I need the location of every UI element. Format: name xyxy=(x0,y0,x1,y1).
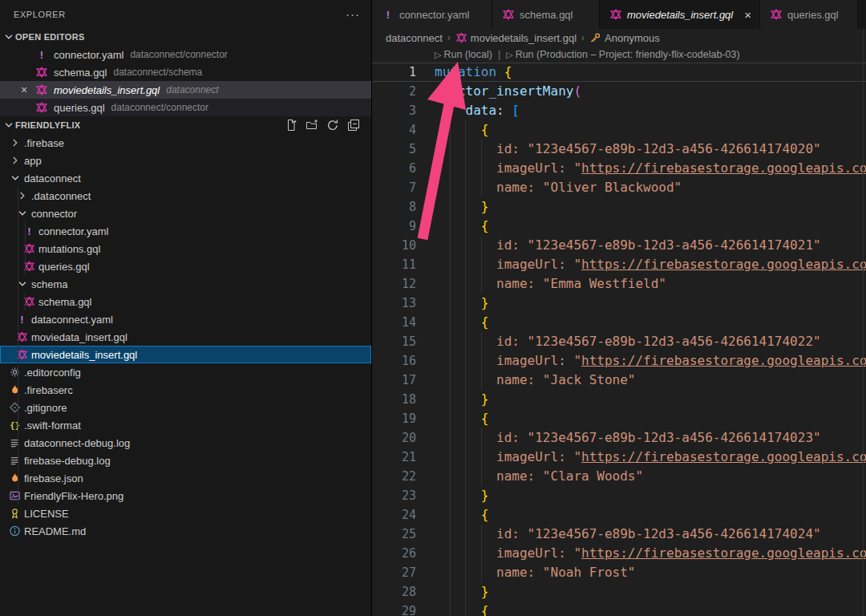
open-editor-item[interactable]: !connector.yamldataconnect/connector xyxy=(0,46,371,63)
tree-item-friendlyflix-hero-png[interactable]: FriendlyFlix-Hero.png xyxy=(0,487,371,505)
graphql-icon xyxy=(609,8,622,21)
code-line-25[interactable]: 25 id: "123e4567-e89b-12d3-a456-42661417… xyxy=(372,525,866,544)
line-number: 9 xyxy=(372,217,416,236)
indent-guide xyxy=(450,351,451,371)
code-line-17[interactable]: 17 name: "Jack Stone" xyxy=(372,371,866,390)
code-line-16[interactable]: 16 imageUrl: "https://firebasestorage.go… xyxy=(372,351,866,371)
tab-moviedetails-insert-gql[interactable]: moviedetails_insert.gql× xyxy=(600,0,760,29)
indent-guide xyxy=(481,563,482,582)
code-line-3[interactable]: 3 data: [ xyxy=(372,101,866,120)
collapse-all-icon[interactable] xyxy=(346,119,360,132)
code-line-18[interactable]: 18 } xyxy=(372,390,866,409)
code-line-8[interactable]: 8 } xyxy=(372,197,866,217)
breadcrumb-item[interactable]: moviedetails_insert.gql xyxy=(455,32,577,44)
code-line-12[interactable]: 12 name: "Emma Westfield" xyxy=(372,274,866,294)
tree-item-dataconnect[interactable]: dataconnect xyxy=(0,169,371,187)
tree-item-app[interactable]: app xyxy=(0,152,371,169)
code-editor[interactable]: 1mutation {2 actor_insertMany(3 data: [4… xyxy=(372,63,866,616)
indent-guide xyxy=(465,255,466,274)
tree-item-connector[interactable]: connector xyxy=(0,205,371,222)
indent-guide xyxy=(465,159,466,178)
code-line-7[interactable]: 7 name: "Oliver Blackwood" xyxy=(372,178,866,197)
tree-item-mutations-gql[interactable]: mutations.gql xyxy=(0,240,371,257)
tree-item-schema-gql[interactable]: schema.gql xyxy=(0,293,371,310)
code-line-content: { xyxy=(416,505,488,525)
tree-item-queries-gql[interactable]: queries.gql xyxy=(0,257,371,275)
code-line-21[interactable]: 21 imageUrl: "https://firebasestorage.go… xyxy=(372,448,866,467)
code-line-14[interactable]: 14 { xyxy=(372,313,866,332)
code-line-2[interactable]: 2 actor_insertMany( xyxy=(372,82,866,101)
code-line-5[interactable]: 5 id: "123e4567-e89b-12d3-a456-426614174… xyxy=(372,140,866,159)
code-line-26[interactable]: 26 imageUrl: "https://firebasestorage.go… xyxy=(372,544,866,563)
open-editors-section-header[interactable]: OPEN EDITORS xyxy=(0,28,371,46)
code-line-22[interactable]: 22 name: "Clara Woods" xyxy=(372,467,866,486)
breadcrumb-item[interactable]: dataconnect xyxy=(386,32,443,44)
code-line-13[interactable]: 13 } xyxy=(372,294,866,313)
codelens-link[interactable]: ▷Run (Production – Project: friendly-fli… xyxy=(506,49,739,60)
file-path: dataconnect xyxy=(166,84,218,95)
line-number: 5 xyxy=(372,140,416,159)
codelens-link[interactable]: ▷Run (local) xyxy=(435,49,492,60)
tree-item-firebase-json[interactable]: firebase.json xyxy=(0,469,371,487)
file-name: queries.gql xyxy=(54,102,105,114)
workspace-section-header[interactable]: FRIENDLYFLIX xyxy=(0,116,371,134)
open-editor-item[interactable]: ×moviedetails_insert.gqldataconnect xyxy=(0,81,371,99)
tree-item-connector-yaml[interactable]: !connector.yaml xyxy=(0,222,371,240)
yaml-warning-icon: ! xyxy=(382,8,395,21)
tree-item--dataconnect[interactable]: .dataconnect xyxy=(0,187,371,205)
tree-item-dataconnect-yaml[interactable]: !dataconnect.yaml xyxy=(0,310,371,328)
code-line-20[interactable]: 20 id: "123e4567-e89b-12d3-a456-42661417… xyxy=(372,428,866,448)
more-actions-icon[interactable]: ··· xyxy=(346,10,360,18)
code-line-4[interactable]: 4 { xyxy=(372,120,866,140)
symbol-key-icon xyxy=(589,32,601,44)
tree-item-moviedetails-insert-gql[interactable]: moviedetails_insert.gql xyxy=(0,346,371,363)
tree-item--swift-format[interactable]: {}.swift-format xyxy=(0,416,371,434)
breadcrumb-item[interactable]: Anonymous xyxy=(589,32,660,44)
code-line-content: } xyxy=(416,294,488,313)
tab-schema-gql[interactable]: schema.gql xyxy=(492,0,600,29)
code-line-19[interactable]: 19 { xyxy=(372,409,866,428)
code-line-27[interactable]: 27 name: "Noah Frost" xyxy=(372,563,866,582)
indent-guide xyxy=(465,197,466,217)
tree-item--gitignore[interactable]: .gitignore xyxy=(0,399,371,416)
code-line-10[interactable]: 10 id: "123e4567-e89b-12d3-a456-42661417… xyxy=(372,236,866,255)
indent-guide xyxy=(481,371,482,390)
open-editor-item[interactable]: queries.gqldataconnect/connector xyxy=(0,99,371,116)
tab-queries-gql[interactable]: queries.gql xyxy=(760,0,858,29)
code-line-15[interactable]: 15 id: "123e4567-e89b-12d3-a456-42661417… xyxy=(372,332,866,351)
close-icon[interactable]: × xyxy=(21,83,35,96)
code-line-11[interactable]: 11 imageUrl: "https://firebasestorage.go… xyxy=(372,255,866,274)
tree-item-label: dataconnect-debug.log xyxy=(24,437,130,449)
open-editor-item[interactable]: schema.gqldataconnect/schema xyxy=(0,63,371,81)
tree-item--firebase[interactable]: .firebase xyxy=(0,134,371,152)
breadcrumb-separator: › xyxy=(447,32,451,43)
close-icon[interactable]: × xyxy=(744,9,751,21)
tab-connector-yaml[interactable]: !connector.yaml xyxy=(372,0,492,29)
tree-item--editorconfig[interactable]: .editorconfig xyxy=(0,363,371,381)
code-line-23[interactable]: 23 } xyxy=(372,486,866,505)
tree-item-dataconnect-debug-log[interactable]: dataconnect-debug.log xyxy=(0,434,371,452)
new-folder-icon[interactable] xyxy=(305,119,318,132)
code-line-9[interactable]: 9 { xyxy=(372,217,866,236)
new-file-icon[interactable] xyxy=(284,119,297,132)
indent-guide xyxy=(465,582,466,602)
code-line-1[interactable]: 1mutation { xyxy=(372,63,866,82)
file-name: connector.yaml xyxy=(54,49,123,61)
code-line-24[interactable]: 24 { xyxy=(372,505,866,525)
code-line-28[interactable]: 28 } xyxy=(372,582,866,602)
tree-item-schema[interactable]: schema xyxy=(0,275,371,293)
code-line-content: name: "Emma Westfield" xyxy=(416,274,666,294)
line-number: 2 xyxy=(372,82,416,101)
tree-item-moviedata-insert-gql[interactable]: moviedata_insert.gql xyxy=(0,328,371,346)
breadcrumb-label: Anonymous xyxy=(605,32,660,44)
code-line-29[interactable]: 29 { xyxy=(372,602,866,616)
tree-item-firebase-debug-log[interactable]: firebase-debug.log xyxy=(0,452,371,469)
code-line-6[interactable]: 6 imageUrl: "https://firebasestorage.goo… xyxy=(372,159,866,178)
tree-item-readme-md[interactable]: README.md xyxy=(0,522,371,540)
code-line-content: } xyxy=(416,197,488,217)
tree-item-license[interactable]: LICENSE xyxy=(0,505,371,522)
tree-item--firebaserc[interactable]: .firebaserc xyxy=(0,381,371,399)
log-icon xyxy=(9,454,21,467)
refresh-icon[interactable] xyxy=(326,119,339,132)
breadcrumb-label: dataconnect xyxy=(386,32,443,44)
